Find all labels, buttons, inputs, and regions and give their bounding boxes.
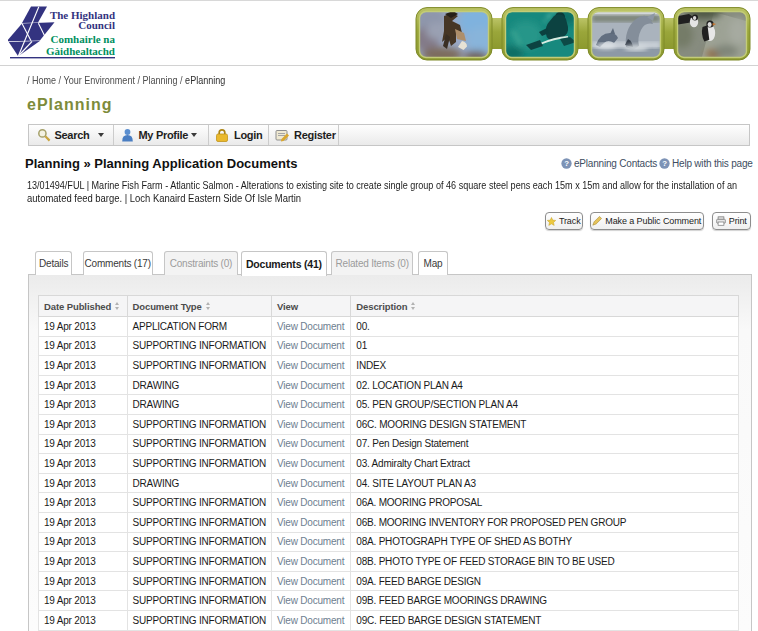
svg-text:?: ? bbox=[564, 159, 569, 168]
svg-text:Council: Council bbox=[78, 19, 115, 31]
svg-text:Gàidhealtachd: Gàidhealtachd bbox=[46, 45, 115, 57]
svg-text:Comhairle na: Comhairle na bbox=[51, 33, 116, 45]
svg-text:?: ? bbox=[662, 159, 667, 168]
